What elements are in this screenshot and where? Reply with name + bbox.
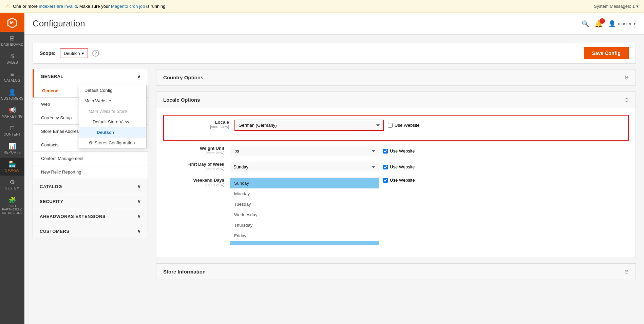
scope-help-button[interactable]: ? [92, 50, 99, 57]
section-general[interactable]: GENERAL ∧ [33, 69, 148, 84]
section-catalog[interactable]: CATALOG ∨ [33, 179, 148, 194]
weight-unit-select[interactable]: lbs [230, 146, 379, 156]
locale-options-toggle-icon: ⊖ [624, 97, 629, 103]
section-customers[interactable]: CUSTOMERS ∨ [33, 224, 148, 239]
weight-unit-label-group: Weight Unit [store view] [163, 146, 224, 155]
weekend-days-list-container: Sunday Monday Tuesday Wednesday Thursday… [230, 178, 379, 245]
day-wednesday[interactable]: Wednesday [230, 209, 379, 220]
country-options-block: Country Options ⊖ [156, 69, 636, 86]
section-security[interactable]: SECURITY ∨ [33, 194, 148, 209]
indexers-link[interactable]: indexers are invalid [39, 4, 77, 9]
sidebar-item-content[interactable]: □ CONTENT [0, 122, 24, 140]
system-icon: ⚙ [10, 179, 15, 185]
subsection-new-relic[interactable]: New Relic Reporting [33, 165, 148, 179]
search-icon[interactable]: 🔍 [582, 20, 589, 27]
scope-dropdown-button[interactable]: Deutsch ▾ [60, 48, 89, 58]
reports-icon: 📊 [8, 143, 16, 149]
customers-icon: 👤 [8, 89, 16, 95]
scope-left: Scope: Deutsch ▾ ? [40, 48, 99, 58]
sidebar-item-extensions[interactable]: 🧩 FIND PARTNERS & EXTENSIONS [0, 194, 24, 218]
dropdown-item-deutsch[interactable]: Deutsch [79, 127, 146, 138]
gear-icon: ⚙ [89, 140, 93, 145]
weight-unit-use-website-group: Use Website [383, 148, 415, 154]
store-information-header[interactable]: Store Information ⊖ [156, 264, 636, 280]
weight-unit-use-website-label: Use Website [390, 148, 415, 154]
sidebar-item-system[interactable]: ⚙ SYSTEM [0, 176, 24, 194]
section-aheadworks-expand-icon: ∨ [137, 214, 141, 219]
day-friday[interactable]: Friday [230, 230, 379, 241]
alert-message: ⚠ One or more indexers are invalid. Make… [5, 3, 167, 9]
locale-options-block: Locale Options ⊖ Locale [store view] [156, 92, 636, 258]
sidebar-item-stores[interactable]: 🏪 STORES [0, 158, 24, 176]
locale-label-group: Locale [store view] [168, 120, 229, 129]
store-information-block: Store Information ⊖ [156, 263, 636, 280]
locale-sublabel: [store view] [168, 125, 229, 129]
first-day-use-website-checkbox[interactable] [383, 165, 388, 169]
user-name-label: master [618, 21, 631, 26]
sidebar-item-catalog[interactable]: ≡ CATALOG [0, 68, 24, 86]
section-catalog-expand-icon: ∨ [137, 184, 141, 189]
dropdown-item-default-config[interactable]: Default Config [79, 85, 146, 96]
section-general-label: GENERAL [41, 74, 63, 79]
chevron-down-icon: ▾ [636, 4, 639, 9]
sidebar-logo[interactable]: M [0, 13, 24, 32]
day-sunday[interactable]: Sunday [230, 178, 379, 188]
weekend-days-label-group: Weekend Days [store view] [163, 178, 224, 187]
locale-use-website-label: Use Website [395, 123, 419, 128]
section-aheadworks[interactable]: AHEADWORKS EXTENSIONS ∨ [33, 209, 148, 224]
subsection-content-management[interactable]: Content Management [33, 152, 148, 165]
day-thursday[interactable]: Thursday [230, 220, 379, 230]
section-aheadworks-label: AHEADWORKS EXTENSIONS [40, 214, 106, 219]
scope-label: Scope: [40, 50, 56, 56]
weekend-days-use-website-label: Use Website [390, 178, 415, 183]
sidebar-item-marketing[interactable]: 📢 MARKETING [0, 104, 24, 122]
sidebar-item-dashboard[interactable]: ⊞ DASHBOARD [0, 32, 24, 50]
sidebar-label-sales: SALES [6, 61, 18, 64]
dashboard-icon: ⊞ [10, 35, 15, 41]
dropdown-item-stores-config[interactable]: ⚙ Stores Configuration [79, 138, 146, 148]
dropdown-item-default-store-view[interactable]: Default Store View [79, 117, 146, 127]
alert-bar: ⚠ One or more indexers are invalid. Make… [0, 0, 644, 13]
store-information-toggle-icon: ⊖ [624, 268, 629, 275]
first-day-select[interactable]: Sunday [230, 162, 379, 172]
section-security-label: SECURITY [40, 199, 63, 204]
first-day-control-group: Sunday Use Website [230, 162, 629, 172]
country-options-header[interactable]: Country Options ⊖ [156, 69, 636, 86]
locale-use-website-group: Use Website [388, 123, 419, 128]
locale-form-row: Locale [store view] German (Germany) [168, 120, 624, 131]
user-menu-button[interactable]: 👤 master ▾ [608, 20, 636, 27]
weight-unit-use-website-checkbox[interactable] [383, 149, 388, 154]
dropdown-item-main-website[interactable]: Main Website [79, 96, 146, 106]
sidebar: M ⊞ DASHBOARD $ SALES ≡ CATALOG 👤 CUSTOM… [0, 13, 24, 324]
svg-text:M: M [10, 20, 14, 25]
first-day-use-website-group: Use Website [383, 164, 415, 169]
system-messages-btn[interactable]: System Messages: 1 ▾ [594, 4, 639, 9]
locale-use-website-checkbox[interactable] [388, 123, 393, 128]
weekend-days-list[interactable]: Sunday Monday Tuesday Wednesday Thursday… [230, 178, 379, 245]
scope-bar: Scope: Deutsch ▾ ? Save Config [33, 43, 636, 64]
marketing-icon: 📢 [8, 107, 16, 113]
section-customers-label: CUSTOMERS [40, 229, 69, 234]
day-monday[interactable]: Monday [230, 188, 379, 199]
sidebar-item-customers[interactable]: 👤 CUSTOMERS [0, 86, 24, 104]
day-saturday[interactable]: Saturday [230, 241, 379, 245]
weekend-days-sublabel: [store view] [163, 183, 224, 187]
alert-text: One or more indexers are invalid. Make s… [13, 4, 167, 9]
cron-job-link[interactable]: Magento cron job [111, 4, 145, 9]
locale-select[interactable]: German (Germany) [234, 120, 384, 131]
locale-options-header[interactable]: Locale Options ⊖ [156, 92, 636, 108]
save-config-button[interactable]: Save Config [584, 47, 629, 59]
section-security-expand-icon: ∨ [137, 199, 141, 204]
dropdown-item-main-website-store[interactable]: Main Website Store [79, 106, 146, 117]
sidebar-item-sales[interactable]: $ SALES [0, 50, 24, 68]
weekend-days-use-website-group: Use Website [383, 178, 415, 183]
day-tuesday[interactable]: Tuesday [230, 199, 379, 209]
section-customers-expand-icon: ∨ [137, 229, 141, 234]
weekend-days-use-website-checkbox[interactable] [383, 178, 388, 183]
section-catalog-label: CATALOG [40, 184, 62, 189]
section-general-collapse-icon: ∧ [137, 74, 141, 79]
stores-icon: 🏪 [8, 161, 16, 167]
notifications-button[interactable]: 🔔 2 [594, 20, 603, 28]
first-day-sublabel: [store view] [163, 167, 224, 171]
sidebar-item-reports[interactable]: 📊 REPORTS [0, 140, 24, 158]
